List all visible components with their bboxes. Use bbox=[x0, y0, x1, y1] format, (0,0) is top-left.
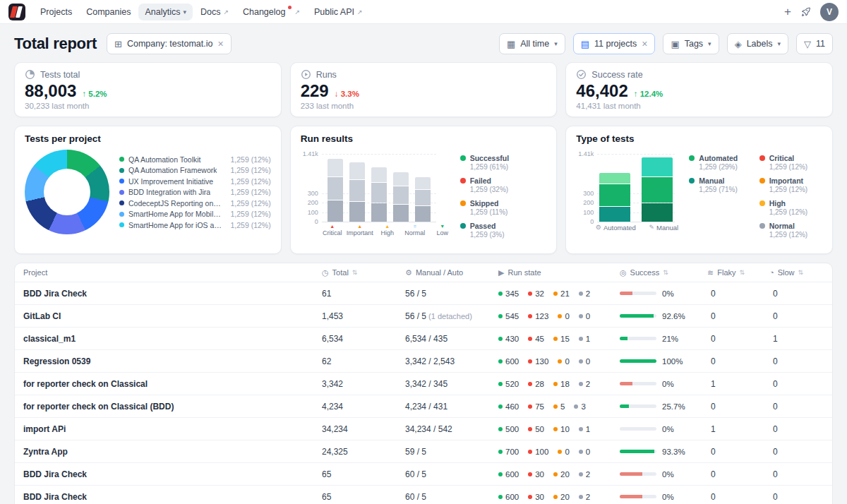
column-header-total[interactable]: ◷Total⇅ bbox=[322, 268, 405, 277]
stat-delta: ↑ 12.4% bbox=[634, 90, 663, 98]
column-header-slow[interactable]: ◔Slow⇅ bbox=[769, 268, 824, 277]
legend-item-normal[interactable]: Normal1,259 (12%) bbox=[759, 222, 822, 239]
bar-segment bbox=[328, 177, 343, 200]
whats-new-button[interactable] bbox=[800, 6, 811, 17]
nav-item-public-api[interactable]: Public API↗ bbox=[308, 4, 369, 20]
slow-cell: 0 bbox=[769, 469, 824, 479]
manual-auto-value: 59 / 5 bbox=[405, 447, 426, 457]
legend-item-qa-automation-framework[interactable]: QA Automation Framework1,259 (12%) bbox=[119, 166, 271, 174]
table-row[interactable]: classical_m16,5346,534 / 4354304515121%0… bbox=[15, 328, 832, 350]
legend-item-bdd-integration-with-jira[interactable]: BDD Integration with Jira1,259 (12%) bbox=[119, 188, 271, 196]
column-manual-auto-icon: ⚙ bbox=[405, 268, 412, 277]
stat-label: Success rate bbox=[591, 70, 642, 80]
legend-item-important[interactable]: Important1,259 (12%) bbox=[759, 176, 822, 193]
legend-dot bbox=[119, 200, 124, 205]
run-state-stat: 130 bbox=[528, 357, 548, 366]
project-link[interactable]: BDD Jira Check bbox=[23, 289, 87, 299]
table-row[interactable]: BDD Jira Check6560 / 5600302020%00 bbox=[15, 486, 832, 504]
legend-item-passed[interactable]: Passed1,259 (3%) bbox=[460, 222, 547, 239]
table-row[interactable]: import APi34,23434,234 / 542500501010%10 bbox=[15, 418, 832, 440]
project-link[interactable]: for reporter check on Classical (BDD) bbox=[23, 402, 174, 412]
stat-value-row: 229↓ 3.3% bbox=[301, 81, 547, 101]
time-range-filter[interactable]: ▦ All time ▾ bbox=[499, 33, 565, 54]
legend-value: 1,259 (12%) bbox=[769, 208, 807, 216]
labels-filter[interactable]: ◈ Labels ▾ bbox=[727, 33, 788, 54]
run-state-stat: 2 bbox=[579, 470, 590, 479]
project-link[interactable]: import APi bbox=[23, 424, 66, 434]
legend-item-smarthome-app-for-mobile[interactable]: SmartHome App for Mobile...1,259 (12%) bbox=[119, 210, 271, 218]
legend-item-ux-improvement-initiative[interactable]: UX Improvement Initiative1,259 (12%) bbox=[119, 177, 271, 186]
close-icon[interactable]: × bbox=[218, 39, 224, 49]
legend-item-qa-automation-toolkit[interactable]: QA Automation Toolkit1,259 (12%) bbox=[119, 155, 271, 164]
legend-item-failed[interactable]: Failed1,259 (32%) bbox=[460, 176, 547, 193]
x-label-high: ▲High bbox=[377, 224, 398, 236]
project-cell: classical_m1 bbox=[23, 334, 322, 344]
table-row[interactable]: Zyntra App24,32559 / 57001000093.3%00 bbox=[15, 440, 832, 463]
column-header-manual-auto[interactable]: ⚙Manual / Auto bbox=[405, 268, 498, 277]
project-link[interactable]: Regression 0539 bbox=[23, 356, 90, 366]
stat-card-runs: Runs229↓ 3.3%233 last month bbox=[290, 62, 558, 117]
tags-filter[interactable]: ▣ Tags ▾ bbox=[663, 33, 719, 54]
success-bar-fill bbox=[620, 450, 654, 453]
project-link[interactable]: for reporter check on Classical bbox=[23, 379, 148, 389]
table-row[interactable]: Regression 0539623,342 / 2,5436001300010… bbox=[15, 350, 832, 373]
bar-normal bbox=[393, 172, 409, 222]
stat-delta: ↓ 3.3% bbox=[335, 90, 359, 98]
projects-filter-chip[interactable]: ▤ 11 projects × bbox=[573, 33, 656, 54]
slow-cell: 0 bbox=[769, 379, 824, 389]
run-state-cell: 60013000 bbox=[498, 357, 620, 366]
table-row[interactable]: GitLab CI1,45356 / 5 (1 detached)5451230… bbox=[15, 305, 832, 328]
table-row[interactable]: for reporter check on Classical3,3423,34… bbox=[15, 373, 832, 395]
create-new-button[interactable]: + bbox=[784, 6, 791, 18]
app-logo[interactable] bbox=[8, 4, 25, 20]
filter-count-button[interactable]: ▽ 11 bbox=[796, 33, 833, 54]
bar-segment bbox=[328, 200, 343, 222]
nav-item-companies[interactable]: Companies bbox=[80, 4, 137, 20]
legend-dot bbox=[460, 223, 466, 229]
project-link[interactable]: classical_m1 bbox=[23, 334, 76, 344]
legend-item-smarthome-app-for-ios-and[interactable]: SmartHome App for iOS and...1,259 (12%) bbox=[119, 221, 271, 229]
project-link[interactable]: GitLab CI bbox=[23, 311, 61, 321]
bar-segment bbox=[599, 207, 630, 222]
y-tick-label: 300 bbox=[583, 190, 594, 197]
nav-item-docs[interactable]: Docs↗ bbox=[194, 4, 235, 20]
table-row[interactable]: BDD Jira Check6156 / 5345322120%00 bbox=[15, 282, 832, 305]
legend-item-codeceptjs-reporting-on-m[interactable]: CodeceptJS Reporting on m...1,259 (12%) bbox=[119, 199, 271, 208]
run-state-stat: 3 bbox=[574, 402, 585, 411]
table-row[interactable]: for reporter check on Classical (BDD)4,2… bbox=[15, 395, 832, 418]
status-dot bbox=[528, 427, 532, 431]
run-state-stat: 75 bbox=[528, 402, 544, 411]
legend-item-skipped[interactable]: Skipped1,259 (11%) bbox=[460, 199, 547, 216]
project-link[interactable]: BDD Jira Check bbox=[23, 492, 87, 502]
success-cell: 100% bbox=[620, 357, 707, 366]
column-header-success[interactable]: ◎Success⇅ bbox=[620, 268, 707, 277]
nav-item-changelog[interactable]: Changelog↗ bbox=[236, 4, 306, 20]
nav-item-projects[interactable]: Projects bbox=[34, 4, 78, 20]
project-link[interactable]: Zyntra App bbox=[23, 447, 68, 457]
table-row[interactable]: BDD Jira Check6560 / 5600302020%00 bbox=[15, 463, 832, 486]
close-icon[interactable]: × bbox=[642, 39, 647, 49]
run-state-cell: 60030202 bbox=[498, 470, 620, 479]
legend-item-manual[interactable]: Manual1,259 (71%) bbox=[689, 176, 752, 193]
legend-item-successful[interactable]: Successful1,259 (61%) bbox=[460, 154, 547, 171]
column-header-flaky[interactable]: ≋Flaky⇅ bbox=[707, 268, 769, 277]
bar-segment bbox=[642, 203, 673, 222]
detached-note: (1 detached) bbox=[426, 312, 472, 320]
legend-text: Skipped1,259 (11%) bbox=[470, 199, 508, 216]
project-link[interactable]: BDD Jira Check bbox=[23, 469, 87, 479]
success-cell: 93.3% bbox=[620, 448, 707, 456]
column-header-project[interactable]: Project bbox=[23, 268, 322, 277]
legend-text: Critical1,259 (12%) bbox=[769, 154, 807, 171]
status-dot bbox=[498, 450, 503, 454]
panel-title: Run results bbox=[301, 133, 547, 144]
user-avatar[interactable]: V bbox=[820, 3, 839, 21]
legend-value: 1,259 (29%) bbox=[699, 163, 738, 171]
legend-item-critical[interactable]: Critical1,259 (12%) bbox=[759, 154, 822, 171]
column-slow-icon: ◔ bbox=[769, 268, 774, 277]
nav-item-analytics[interactable]: Analytics▾ bbox=[138, 4, 193, 20]
legend-item-automated[interactable]: Automated1,259 (29%) bbox=[689, 154, 752, 171]
company-filter-chip[interactable]: ⊞ Company: testomat.io × bbox=[107, 33, 232, 54]
legend-name: Critical bbox=[769, 154, 807, 162]
legend-item-high[interactable]: High1,259 (12%) bbox=[759, 199, 822, 216]
column-header-run-state[interactable]: ▶Run state bbox=[498, 268, 620, 277]
